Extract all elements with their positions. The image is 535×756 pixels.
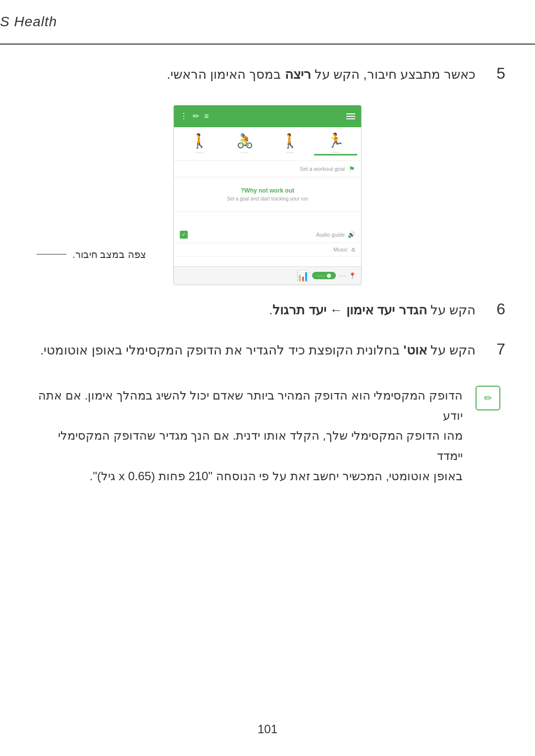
step-7-text: הקש על אוט' בחלונית הקופצת כיד להגדיר את… — [30, 340, 476, 361]
topbar-left — [346, 113, 355, 119]
list-icon[interactable]: ≡ — [204, 112, 209, 121]
music-label: Music — [333, 247, 348, 252]
activity-row: 🏃 ------ 🚶 ------ 🚴 ------ 🚶 ------ — [174, 127, 361, 161]
page-header: S Health — [0, 0, 535, 45]
activity-hiking[interactable]: 🚶 ------ — [178, 133, 221, 154]
step-6-number: 6 — [485, 300, 505, 318]
goal-text: Set a workout goal — [300, 166, 345, 172]
note-pencil-icon: ✏ — [484, 392, 492, 404]
audio-icon: 🔊 — [348, 231, 355, 238]
main-content: 5 כאשר מתבצע חיבור, הקש על ריצה במסך האי… — [30, 45, 505, 502]
walking-icon: 🚶 — [281, 133, 299, 149]
bar-chart-button[interactable]: 📊 — [297, 270, 309, 282]
activity-running[interactable]: 🏃 ------ — [314, 132, 358, 155]
workout-goal-row[interactable]: ⚑ Set a workout goal — [174, 161, 361, 177]
phone-screenshot: ≡ ✏ ⋮ 🏃 ------ 🚶 ------ 🚴 ------ — [173, 105, 362, 285]
more-icon[interactable]: ⋮ — [180, 111, 188, 121]
tab-location[interactable]: 📍 ------ — [339, 272, 356, 279]
music-icon: ♫ — [351, 246, 355, 253]
promo-title: Why not work out? — [180, 187, 355, 194]
step-6: 6 הקש על הגדר יעד אימון ← יעד תרגול. — [30, 300, 505, 321]
bar-chart-icon: 📊 — [297, 270, 309, 281]
step-6-text: הקש על הגדר יעד אימון ← יעד תרגול. — [30, 300, 476, 321]
audio-guide-checkbox[interactable]: ✓ — [180, 231, 188, 239]
bottom-bar: 📍 ------ ------ 📊 — [174, 266, 361, 285]
audio-guide-row[interactable]: 🔊 Audio guide ✓ — [174, 227, 361, 243]
phone-topbar: ≡ ✏ ⋮ — [174, 105, 361, 127]
step-5-text: כאשר מתבצע חיבור, הקש על ריצה במסך האימו… — [30, 64, 476, 85]
annotation-line — [37, 254, 66, 254]
note-box: ✏ הדופק המקסימלי הוא הדופק המהיר ביותר ש… — [30, 381, 505, 492]
flag-icon: ⚑ — [349, 165, 355, 173]
annotation-container: צפה במצב חיבור. — [35, 249, 146, 260]
promo-area: Why not work out? Set a goal and start t… — [174, 177, 361, 212]
step-7-number: 7 — [485, 340, 505, 358]
hiking-icon: 🚶 — [191, 133, 208, 149]
step-5: 5 כאשר מתבצע חיבור, הקש על ריצה במסך האי… — [30, 64, 505, 85]
spacer2 — [174, 256, 361, 266]
note-text-content: הדופק המקסימלי הוא הדופק המהיר ביותר שאד… — [35, 386, 463, 487]
audio-guide-label: Audio guide — [316, 232, 345, 238]
running-icon: 🏃 — [327, 132, 344, 149]
topbar-right: ≡ ✏ ⋮ — [180, 111, 209, 121]
location-icon: 📍 — [349, 272, 356, 279]
activity-cycling[interactable]: 🚴 ------ — [223, 133, 267, 154]
activity-walking[interactable]: 🚶 ------ — [268, 133, 312, 154]
music-row[interactable]: ♫ Music — [174, 243, 361, 256]
spacer — [174, 212, 361, 227]
phone-screenshot-container: צפה במצב חיבור. ≡ ✏ ⋮ 🏃 — [30, 105, 505, 285]
header-title: S Health — [0, 14, 57, 30]
edit-icon[interactable]: ✏ — [193, 111, 199, 121]
audio-guide-left: 🔊 Audio guide — [316, 231, 355, 238]
cycling-icon: 🚴 — [236, 133, 254, 149]
annotation-text: צפה במצב חיבור. — [72, 249, 146, 260]
promo-subtitle: Set a goal and start tracking your run — [180, 196, 355, 202]
active-dot — [327, 274, 331, 278]
tab-active[interactable]: ------ — [312, 272, 336, 279]
note-icon-box: ✏ — [476, 386, 500, 410]
page-number: 101 — [258, 722, 277, 736]
hamburger-icon[interactable] — [346, 113, 355, 119]
step-5-number: 5 — [485, 64, 505, 83]
step-7: 7 הקש על אוט' בחלונית הקופצת כיד להגדיר … — [30, 340, 505, 361]
